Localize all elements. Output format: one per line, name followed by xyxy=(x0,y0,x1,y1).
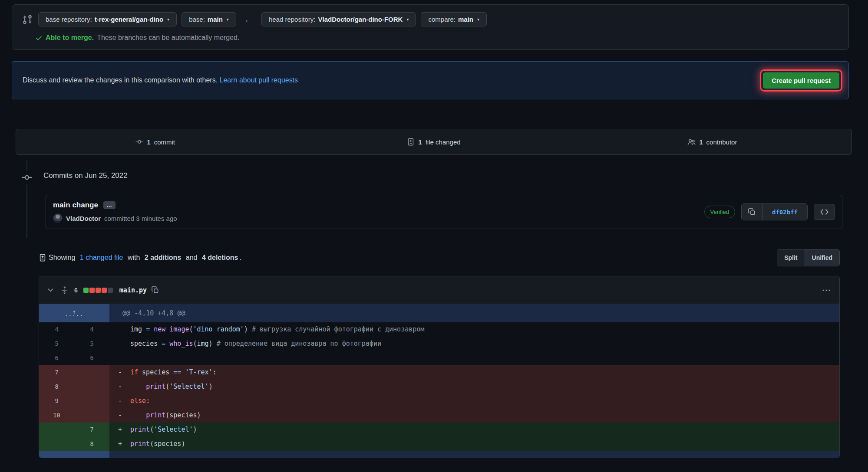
diff-body: ↑·····@@ -4,10 +4,8 @@44img = new_image(… xyxy=(39,304,839,458)
code-line: +print('Selectel') xyxy=(109,423,839,437)
old-line-number[interactable] xyxy=(39,423,74,437)
files-changed-label: file changed xyxy=(426,138,461,146)
file-diff-icon xyxy=(407,138,415,146)
caret-down-icon: ▾ xyxy=(227,17,229,22)
old-line-number[interactable]: 7 xyxy=(39,365,74,380)
changed-file-link[interactable]: 1 changed file xyxy=(80,254,123,262)
files-changed-count: 1 xyxy=(418,138,422,146)
learn-about-pull-requests-link[interactable]: Learn about pull requests xyxy=(220,76,298,84)
diff-hunk-row xyxy=(39,451,839,458)
pull-request-banner: Discuss and review the changes in this c… xyxy=(12,61,849,99)
files-summary: Showing 1 changed file with 2 additions … xyxy=(39,254,777,262)
code-line xyxy=(109,351,839,365)
new-line-number[interactable]: 6 xyxy=(74,351,109,365)
code-line: -else: xyxy=(109,394,839,408)
diff-code-row: 66 xyxy=(39,351,839,365)
commit-card: main change … VladDoctor committed 3 min… xyxy=(46,195,842,229)
commit-node-icon xyxy=(21,170,33,184)
diff-code-row: 7-if species == 'T-rex': xyxy=(39,365,839,380)
split-view-button[interactable]: Split xyxy=(777,249,805,266)
diff-marker: + xyxy=(118,437,130,451)
commits-stat[interactable]: 1 commit xyxy=(16,129,294,154)
merge-status: Able to merge. These branches can be aut… xyxy=(19,34,842,42)
expand-diff-button[interactable] xyxy=(39,451,109,458)
commit-time: committed 3 minutes ago xyxy=(104,215,177,222)
diff-code-row: 8+print(species) xyxy=(39,437,839,451)
people-icon xyxy=(687,138,696,146)
deletions-count: 4 deletions xyxy=(202,254,238,262)
new-line-number[interactable]: 8 xyxy=(74,437,109,451)
new-line-number[interactable] xyxy=(74,408,109,423)
kebab-menu-icon[interactable]: ⋯ xyxy=(822,285,832,295)
commits-heading: Commits on Jun 25, 2022 xyxy=(0,169,868,182)
browse-repository-button[interactable] xyxy=(814,204,835,220)
file-diff-card: 6 main.py ⋯ ↑·····@@ -4,10 +4,8 @@44img … xyxy=(39,276,840,458)
new-line-number[interactable] xyxy=(74,394,109,408)
diff-view-toggle: Split Unified xyxy=(777,249,840,266)
diff-file-header: 6 main.py ⋯ xyxy=(39,276,839,304)
commit-title-link[interactable]: main change xyxy=(53,201,98,210)
diffstat-blocks xyxy=(83,288,113,293)
base-repository-value: t-rex-general/gan-dino xyxy=(95,16,163,23)
old-line-number[interactable] xyxy=(39,437,74,451)
copy-sha-button[interactable] xyxy=(742,204,762,220)
avatar[interactable] xyxy=(53,213,63,223)
diff-code-row: 9-else: xyxy=(39,394,839,408)
base-repository-select[interactable]: base repository: t-rex-general/gan-dino … xyxy=(38,12,177,26)
new-line-number[interactable]: 5 xyxy=(74,337,109,351)
commit-author-link[interactable]: VladDoctor xyxy=(66,215,101,222)
old-line-number[interactable]: 6 xyxy=(39,351,74,365)
diff-code-row: 7+print('Selectel') xyxy=(39,423,839,437)
contributors-stat[interactable]: 1 contributor xyxy=(573,129,851,154)
diff-marker: - xyxy=(118,380,130,394)
commit-info: main change … VladDoctor committed 3 min… xyxy=(53,201,177,223)
diff-marker: - xyxy=(118,365,130,380)
diff-code-row: 55species = who_is(img) # определение ви… xyxy=(39,337,839,351)
summary-mid: with xyxy=(128,254,140,262)
commit-sha-group: df02bff xyxy=(741,203,808,220)
commit-description-expander[interactable]: … xyxy=(103,201,116,209)
head-repository-select[interactable]: head repository: VladDoctor/gan-dino-FOR… xyxy=(261,12,416,26)
contributor-count: 1 xyxy=(699,138,703,146)
old-line-number[interactable]: 8 xyxy=(39,380,74,394)
diff-filename-link[interactable]: main.py xyxy=(119,286,147,294)
grabber-icon[interactable] xyxy=(61,286,69,295)
diff-hunk-row: ↑·····@@ -4,10 +4,8 @@ xyxy=(39,304,839,322)
expand-diff-button[interactable]: ↑····· xyxy=(39,304,109,322)
code-line: +print(species) xyxy=(109,437,839,451)
chevron-down-icon[interactable] xyxy=(47,286,54,294)
diffstat-block-del xyxy=(89,288,95,293)
old-line-number[interactable]: 4 xyxy=(39,322,74,337)
caret-down-icon: ▾ xyxy=(167,17,169,22)
base-repository-prefix: base repository: xyxy=(46,16,92,23)
new-line-number[interactable] xyxy=(74,365,109,380)
base-branch-prefix: base: xyxy=(189,16,205,23)
create-pull-request-button[interactable]: Create pull request xyxy=(763,72,839,88)
comparison-stats-bar: 1 commit 1 file changed 1 contributor xyxy=(16,129,852,155)
base-branch-select[interactable]: base: main ▾ xyxy=(182,12,236,26)
hunk-header-text: @@ -4,10 +4,8 @@ xyxy=(109,304,839,322)
old-line-number[interactable]: 9 xyxy=(39,394,74,408)
files-changed-stat[interactable]: 1 file changed xyxy=(294,129,573,154)
commit-sha-link[interactable]: df02bff xyxy=(762,204,807,220)
summary-period: . xyxy=(239,254,241,262)
old-line-number[interactable]: 5 xyxy=(39,337,74,351)
compare-branch-select[interactable]: compare: main ▾ xyxy=(421,12,487,26)
compare-selector-card: base repository: t-rex-general/gan-dino … xyxy=(12,4,849,50)
diff-code-row: 44img = new_image('dino_random') # выгру… xyxy=(39,322,839,337)
copy-icon xyxy=(748,208,756,216)
banner-text: Discuss and review the changes in this c… xyxy=(23,76,760,84)
copy-icon[interactable] xyxy=(152,286,159,294)
compare-branch-value: main xyxy=(458,16,473,23)
verified-badge[interactable]: Verified xyxy=(704,206,735,218)
new-line-number[interactable]: 4 xyxy=(74,322,109,337)
new-line-number[interactable] xyxy=(74,380,109,394)
unified-view-button[interactable]: Unified xyxy=(805,249,839,266)
base-branch-value: main xyxy=(208,16,223,23)
summary-and: and xyxy=(186,254,198,262)
old-line-number[interactable]: 10 xyxy=(39,408,74,423)
new-line-number[interactable]: 7 xyxy=(74,423,109,437)
code-line: - print(species) xyxy=(109,408,839,423)
compare-branch-prefix: compare: xyxy=(428,16,455,23)
merge-status-description: These branches can be automatically merg… xyxy=(97,34,239,42)
